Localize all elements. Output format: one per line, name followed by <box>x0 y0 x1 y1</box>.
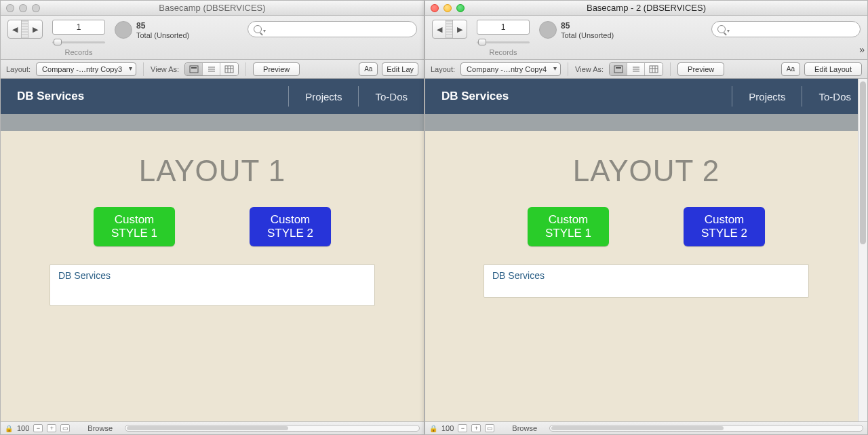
zoom-value: 100 <box>17 424 29 432</box>
toolbar: ◀ ▶ 1 Records 85 Total (Unsorted) <box>425 16 867 60</box>
next-record-icon[interactable]: ▶ <box>28 20 42 38</box>
records-label: Records <box>65 48 93 56</box>
app-navbar: DB Services Projects To-Dos <box>425 79 867 114</box>
record-slider[interactable] <box>477 39 530 45</box>
zoom-in-button[interactable]: + <box>47 424 56 432</box>
brand-label: DB Services <box>441 90 509 103</box>
text-formatting-button[interactable]: Aa <box>359 62 378 76</box>
layout-label: Layout: <box>6 65 31 73</box>
mode-label: Browse <box>512 424 537 432</box>
prev-record-icon[interactable]: ◀ <box>433 20 446 38</box>
search-input[interactable]: ▾ <box>248 21 417 37</box>
custom-style-2-button[interactable]: Custom STYLE 2 <box>250 207 331 246</box>
preview-button[interactable]: Preview <box>253 62 300 76</box>
record-slider[interactable] <box>52 39 105 45</box>
text-card[interactable]: DB Services <box>50 264 375 306</box>
prev-record-icon[interactable]: ◀ <box>8 20 22 38</box>
panel-toggle-button[interactable]: ▭ <box>485 424 494 432</box>
view-table-icon[interactable] <box>220 63 238 75</box>
search-icon <box>254 25 262 33</box>
view-list-icon[interactable] <box>627 63 645 75</box>
window-title: Basecamp (DBSERVICES) <box>1 3 424 13</box>
next-record-icon[interactable]: ▶ <box>453 20 467 38</box>
window-right: Basecamp - 2 (DBSERVICES) ◀ ▶ 1 Records … <box>425 0 868 435</box>
titlebar[interactable]: Basecamp - 2 (DBSERVICES) <box>425 1 867 16</box>
text-formatting-button[interactable]: Aa <box>781 62 800 76</box>
lock-icon[interactable]: 🔒 <box>5 425 13 432</box>
traffic-lights <box>431 4 465 12</box>
record-number-field[interactable]: 1 <box>477 20 530 35</box>
sub-navbar <box>425 114 867 131</box>
mode-label: Browse <box>87 424 113 432</box>
brand-label: DB Services <box>17 90 84 103</box>
chevron-down-icon[interactable]: ▾ <box>263 28 266 34</box>
minimize-icon[interactable] <box>443 4 452 12</box>
format-bar: Layout: Company -…ntry Copy3 View As: Pr… <box>1 60 424 79</box>
layout-heading: LAYOUT 2 <box>432 154 861 188</box>
layout-label: Layout: <box>431 65 455 73</box>
custom-style-1-button[interactable]: Custom STYLE 1 <box>94 207 175 246</box>
svg-rect-14 <box>650 66 658 73</box>
search-icon <box>717 25 726 33</box>
close-icon[interactable] <box>431 4 439 12</box>
found-set-pie-icon[interactable] <box>115 21 132 39</box>
book-icon <box>446 20 453 38</box>
view-list-icon[interactable] <box>203 63 220 75</box>
minimize-icon[interactable] <box>19 4 27 12</box>
layout-heading: LAYOUT 1 <box>7 154 417 188</box>
preview-button[interactable]: Preview <box>677 62 724 76</box>
toolbar-overflow-icon[interactable]: » <box>859 44 862 55</box>
totals-label: 85 Total (Unsorted) <box>136 21 189 40</box>
custom-style-1-button[interactable]: Custom STYLE 1 <box>528 207 609 246</box>
nav-todos[interactable]: To-Dos <box>818 91 851 102</box>
view-form-icon[interactable] <box>610 63 627 75</box>
svg-rect-9 <box>614 66 623 73</box>
zoom-icon[interactable] <box>32 4 40 12</box>
zoom-out-button[interactable]: − <box>33 424 43 432</box>
zoom-icon[interactable] <box>456 4 465 12</box>
found-set-pie-icon[interactable] <box>539 21 557 39</box>
nav-projects[interactable]: Projects <box>305 91 342 102</box>
traffic-lights <box>6 4 40 12</box>
search-input[interactable]: ▾ <box>711 21 861 37</box>
close-icon[interactable] <box>6 4 14 12</box>
record-nav: ◀ ▶ <box>432 20 467 39</box>
book-icon <box>22 20 28 38</box>
record-number-field[interactable]: 1 <box>52 20 105 35</box>
lock-icon[interactable]: 🔒 <box>429 425 437 432</box>
content-area: DB Services Projects To-Dos LAYOUT 1 Cus… <box>1 79 424 421</box>
zoom-out-button[interactable]: − <box>458 424 467 432</box>
view-table-icon[interactable] <box>645 63 663 75</box>
toolbar: ◀ ▶ 1 Records 85 Total (Unsorted) <box>1 16 424 60</box>
window-left: Basecamp (DBSERVICES) ◀ ▶ 1 Records 85 T… <box>0 0 425 435</box>
edit-layout-button[interactable]: Edit Lay <box>382 62 418 76</box>
svg-rect-0 <box>190 66 198 73</box>
records-label: Records <box>490 48 517 56</box>
svg-rect-10 <box>616 67 621 69</box>
view-form-icon[interactable] <box>185 63 203 75</box>
chevron-down-icon[interactable]: ▾ <box>727 28 730 34</box>
window-title: Basecamp - 2 (DBSERVICES) <box>425 3 867 13</box>
status-bar: 🔒 100 − + ▭ Browse <box>1 421 424 434</box>
svg-rect-1 <box>191 67 197 69</box>
app-navbar: DB Services Projects To-Dos <box>1 79 424 114</box>
sub-navbar <box>1 114 424 131</box>
layout-dropdown[interactable]: Company -…ntry Copy3 <box>36 62 136 76</box>
nav-todos[interactable]: To-Dos <box>375 91 408 102</box>
format-bar: Layout: Company -…ntry Copy4 View As: Pr… <box>425 60 867 79</box>
viewas-label: View As: <box>151 65 179 73</box>
horizontal-scrollbar[interactable] <box>549 425 863 432</box>
custom-style-2-button[interactable]: Custom STYLE 2 <box>684 207 765 246</box>
horizontal-scrollbar[interactable] <box>125 425 420 432</box>
vertical-scrollbar[interactable] <box>858 79 867 421</box>
panel-toggle-button[interactable]: ▭ <box>60 424 70 432</box>
layout-dropdown[interactable]: Company -…ntry Copy4 <box>460 62 561 76</box>
text-card[interactable]: DB Services <box>484 264 809 298</box>
titlebar[interactable]: Basecamp (DBSERVICES) <box>1 1 424 16</box>
status-bar: 🔒 100 − + ▭ Browse <box>425 421 867 434</box>
nav-projects[interactable]: Projects <box>749 91 785 102</box>
content-area: DB Services Projects To-Dos LAYOUT 2 Cus… <box>425 79 867 421</box>
edit-layout-button[interactable]: Edit Layout <box>804 62 862 76</box>
view-as-switcher <box>184 62 239 76</box>
zoom-in-button[interactable]: + <box>471 424 481 432</box>
